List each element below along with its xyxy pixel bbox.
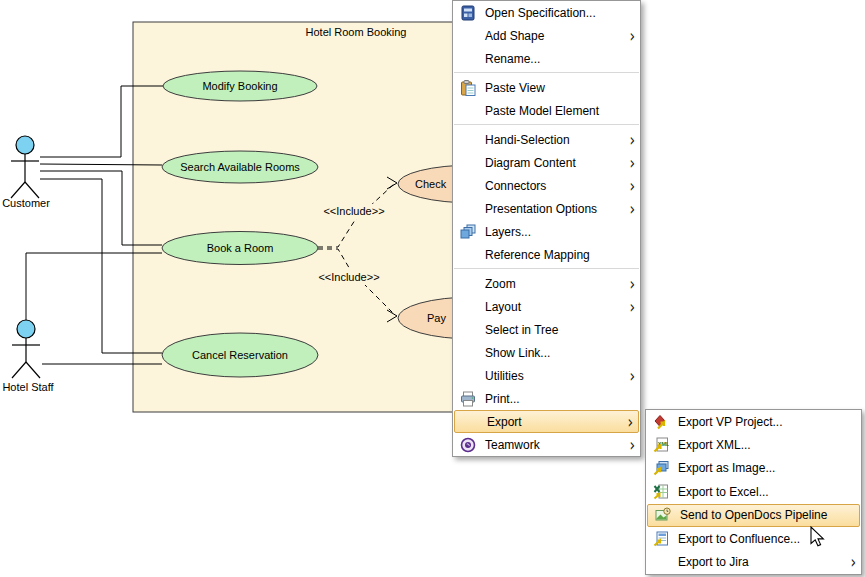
menu-item-select-in-tree[interactable]: Select in Tree (453, 318, 640, 341)
submenu-arrow-icon: › (629, 131, 635, 149)
use-case-label: Check (415, 178, 447, 190)
submenu-item-export-to-excel[interactable]: Export to Excel... (646, 480, 861, 503)
submenu-item-export-to-jira[interactable]: Export to Jira › (646, 550, 861, 573)
use-case-cancel-reservation[interactable]: Cancel Reservation (162, 333, 318, 377)
use-case-search-available-rooms[interactable]: Search Available Rooms (162, 151, 318, 183)
menu-item-print[interactable]: Print... (453, 387, 640, 410)
submenu-arrow-icon: › (629, 200, 635, 218)
menu-item-paste-view[interactable]: Paste View (453, 76, 640, 99)
menu-item-label: Layers... (483, 225, 640, 239)
layers-icon (453, 224, 483, 240)
actor-customer[interactable]: Customer (2, 136, 50, 209)
use-case-book-a-room[interactable]: Book a Room (162, 232, 318, 265)
export-vp-project-icon (646, 414, 676, 430)
menu-item-open-specification[interactable]: Open Specification... (453, 1, 640, 24)
menu-item-reference-mapping[interactable]: Reference Mapping (453, 243, 640, 266)
export-xml-icon: XML (646, 437, 676, 453)
include-label-bottom: <<Include>> (315, 270, 383, 285)
menu-item-label: Export to Confluence... (676, 532, 861, 546)
menu-item-add-shape[interactable]: Add Shape › (453, 24, 640, 47)
menu-item-label: Teamwork (483, 438, 629, 452)
menu-item-label: Diagram Content (483, 156, 629, 170)
submenu-arrow-icon: › (850, 553, 856, 571)
include-label-top: <<Include>> (320, 204, 388, 219)
use-case-label: Modify Booking (202, 80, 277, 92)
menu-item-label: Rename... (483, 52, 640, 66)
use-case-label: Search Available Rooms (180, 161, 300, 173)
menu-item-label: Handi-Selection (483, 133, 629, 147)
menu-item-label: Export to Excel... (676, 485, 861, 499)
menu-item-connectors[interactable]: Connectors › (453, 174, 640, 197)
submenu-arrow-icon: › (629, 275, 635, 293)
submenu-arrow-icon: › (627, 413, 633, 431)
submenu-arrow-icon: › (629, 177, 635, 195)
print-icon (453, 391, 483, 407)
send-opendocs-icon (648, 507, 678, 523)
menu-item-presentation-options[interactable]: Presentation Options › (453, 197, 640, 220)
menu-item-label: Export XML... (676, 438, 861, 452)
mouse-cursor (810, 526, 828, 550)
submenu-arrow-icon: › (629, 27, 635, 45)
menu-item-label: Paste Model Element (483, 104, 640, 118)
svg-text:<<Include>>: <<Include>> (318, 271, 379, 283)
export-excel-icon (646, 484, 676, 500)
menu-item-label: Layout (483, 300, 629, 314)
menu-item-utilities[interactable]: Utilities › (453, 364, 640, 387)
menu-item-diagram-content[interactable]: Diagram Content › (453, 151, 640, 174)
menu-item-label: Connectors (483, 179, 629, 193)
menu-item-label: Send to OpenDocs Pipeline (678, 508, 859, 522)
menu-item-label: Export to Jira (676, 555, 850, 569)
submenu-item-export-vp-project[interactable]: Export VP Project... (646, 410, 861, 433)
submenu-item-export-as-image[interactable]: Export as Image... (646, 457, 861, 480)
menu-item-label: Reference Mapping (483, 248, 640, 262)
submenu-arrow-icon: › (629, 298, 635, 316)
context-menu: Open Specification... Add Shape › Rename… (452, 0, 641, 457)
open-specification-icon (453, 5, 483, 21)
export-image-icon (646, 460, 676, 476)
menu-item-label: Print... (483, 392, 640, 406)
menu-separator (454, 124, 639, 125)
menu-item-show-link[interactable]: Show Link... (453, 341, 640, 364)
menu-item-layout[interactable]: Layout › (453, 295, 640, 318)
menu-item-label: Export (485, 415, 627, 429)
menu-item-layers[interactable]: Layers... (453, 220, 640, 243)
menu-item-label: Presentation Options (483, 202, 629, 216)
use-case-label: Book a Room (207, 242, 274, 254)
menu-item-zoom[interactable]: Zoom › (453, 272, 640, 295)
actor-hotel-staff[interactable]: Hotel Staff (2, 320, 54, 393)
svg-text:<<Include>>: <<Include>> (323, 205, 384, 217)
menu-item-label: Export VP Project... (676, 415, 861, 429)
menu-item-label: Paste View (483, 81, 640, 95)
menu-item-handi-selection[interactable]: Handi-Selection › (453, 128, 640, 151)
menu-item-label: Add Shape (483, 29, 629, 43)
menu-item-label: Show Link... (483, 346, 640, 360)
menu-item-label: Export as Image... (676, 461, 861, 475)
menu-item-rename[interactable]: Rename... (453, 47, 640, 70)
menu-separator (454, 268, 639, 269)
menu-item-paste-model-element[interactable]: Paste Model Element (453, 99, 640, 122)
actor-label: Hotel Staff (2, 381, 54, 393)
submenu-arrow-icon: › (629, 436, 635, 454)
menu-item-label: Open Specification... (483, 6, 640, 20)
use-case-label: Cancel Reservation (192, 349, 288, 361)
use-case-label: Pay (427, 312, 446, 324)
actor-head (17, 320, 35, 338)
menu-item-label: Select in Tree (483, 323, 640, 337)
export-submenu: Export VP Project... XML Export XML... E… (645, 409, 862, 575)
teamwork-icon (453, 437, 483, 453)
actor-head (16, 136, 34, 154)
use-case-modify-booking[interactable]: Modify Booking (163, 71, 317, 101)
actor-label: Customer (2, 197, 50, 209)
menu-item-teamwork[interactable]: Teamwork › (453, 433, 640, 456)
menu-separator (454, 72, 639, 73)
system-boundary-title: Hotel Room Booking (306, 26, 407, 38)
submenu-item-export-xml[interactable]: XML Export XML... (646, 433, 861, 456)
menu-item-label: Utilities (483, 369, 629, 383)
menu-item-label: Zoom (483, 277, 629, 291)
submenu-item-send-to-opendocs-pipeline[interactable]: Send to OpenDocs Pipeline (647, 504, 860, 527)
submenu-arrow-icon: › (629, 367, 635, 385)
export-confluence-icon (646, 531, 676, 547)
submenu-arrow-icon: › (629, 154, 635, 172)
menu-item-export[interactable]: Export › (454, 410, 639, 433)
submenu-item-export-to-confluence[interactable]: Export to Confluence... (646, 527, 861, 550)
